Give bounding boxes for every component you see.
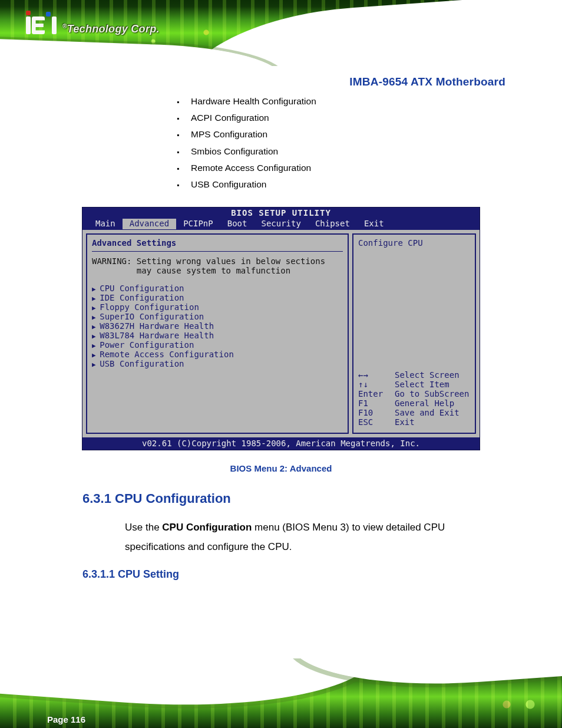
brand-logo: ®Technology Corp. [24, 14, 160, 35]
help-row: ←→ Select Screen [358, 370, 470, 380]
warning-line: WARNING: Setting wrong values in below s… [92, 256, 343, 266]
para-menu-name: CPU Configuration [162, 522, 252, 533]
list-item: Smbios Configuration [177, 143, 538, 160]
help-key: F1 [358, 398, 389, 408]
bios-body: Advanced Settings WARNING: Setting wrong… [82, 230, 480, 437]
submenu-w83627h-hw-health[interactable]: W83627H Hardware Health [92, 321, 343, 331]
bios-footer: v02.61 (C)Copyright 1985-2006, American … [82, 437, 480, 450]
help-label: Select Item [395, 380, 449, 389]
warning-line: may cause system to malfunction [92, 266, 343, 275]
help-label: Go to SubScreen [395, 389, 469, 398]
list-item: Hardware Health Configuration [177, 93, 538, 110]
help-row: ESC Exit [358, 417, 470, 427]
submenu-w83l784-hw-health[interactable]: W83L784 Hardware Health [92, 331, 343, 340]
subsection-heading: 6.3.1.1 CPU Setting [82, 568, 538, 581]
help-label: Select Screen [395, 370, 459, 380]
bios-left-panel: Advanced Settings WARNING: Setting wrong… [86, 233, 349, 434]
para-text: menu ( [252, 522, 286, 533]
help-label: Exit [395, 417, 415, 427]
logo-letter-i2 [52, 17, 57, 34]
list-item: ACPI Configuration [177, 110, 538, 126]
key-help: ←→ Select Screen ↑↓ Select Item Enter Go… [358, 370, 470, 427]
bios-right-panel: Configure CPU ←→ Select Screen ↑↓ Select… [352, 233, 476, 434]
product-name: IMBA-9654 ATX Motherboard [24, 75, 505, 88]
help-key: ESC [358, 417, 389, 427]
help-row: F1 General Help [358, 398, 470, 408]
tab-main[interactable]: Main [88, 219, 123, 229]
list-item: Remote Access Configuration [177, 160, 538, 176]
help-label: General Help [395, 398, 454, 408]
para-figure-ref: BIOS Menu 3 [286, 522, 346, 533]
panel-title: Advanced Settings [92, 238, 343, 250]
tab-chipset[interactable]: Chipset [308, 219, 357, 229]
bios-setup-window: BIOS SETUP UTILITY Main Advanced PCIPnP … [82, 207, 480, 450]
bottom-banner: Page 116 [0, 658, 562, 728]
submenu-ide-configuration[interactable]: IDE Configuration [92, 293, 343, 302]
logo-letter-i [26, 17, 31, 34]
help-row: ↑↓ Select Item [358, 380, 470, 389]
submenu-superio-configuration[interactable]: SuperIO Configuration [92, 312, 343, 321]
help-key: ←→ [358, 370, 389, 380]
bios-title: BIOS SETUP UTILITY [82, 207, 480, 219]
list-item: MPS Configuration [177, 126, 538, 143]
para-text: Use the [125, 522, 162, 533]
help-key: F10 [358, 408, 389, 417]
submenu-cpu-configuration[interactable]: CPU Configuration [92, 284, 343, 293]
section-paragraph: Use the CPU Configuration menu (BIOS Men… [125, 518, 482, 556]
list-item: USB Configuration [177, 176, 538, 193]
logo-text: ®Technology Corp. [62, 23, 160, 35]
tab-advanced[interactable]: Advanced [123, 219, 176, 229]
help-key: ↑↓ [358, 380, 389, 389]
bios-tabbar: Main Advanced PCIPnP Boot Security Chips… [82, 219, 480, 230]
figure-caption: BIOS Menu 2: Advanced [24, 463, 538, 473]
help-row: Enter Go to SubScreen [358, 389, 470, 398]
submenu-remote-access-configuration[interactable]: Remote Access Configuration [92, 350, 343, 359]
tab-boot[interactable]: Boot [220, 219, 254, 229]
context-help-text: Configure CPU [358, 238, 470, 248]
tab-security[interactable]: Security [254, 219, 308, 229]
panel-divider [92, 251, 343, 252]
submenu-usb-configuration[interactable]: USB Configuration [92, 359, 343, 368]
tab-exit[interactable]: Exit [357, 219, 391, 229]
logo-dot-icon [46, 12, 51, 17]
submenu-power-configuration[interactable]: Power Configuration [92, 340, 343, 350]
section-heading: 6.3.1 CPU Configuration [82, 491, 538, 506]
submenu-floppy-configuration[interactable]: Floppy Configuration [92, 302, 343, 312]
logo-letter-e [32, 17, 45, 34]
help-key: Enter [358, 389, 389, 398]
iei-logo-icon [24, 14, 59, 35]
tab-pcipnp[interactable]: PCIPnP [176, 219, 220, 229]
page-content: IMBA-9654 ATX Motherboard Hardware Healt… [0, 75, 562, 581]
help-row: F10 Save and Exit [358, 408, 470, 417]
top-banner: ®Technology Corp. [0, 0, 562, 66]
submenu-list: CPU Configuration IDE Configuration Flop… [92, 284, 343, 368]
page-number: Page 116 [47, 714, 85, 724]
help-label: Save and Exit [395, 408, 459, 417]
feature-bullet-list: Hardware Health Configuration ACPI Confi… [177, 93, 538, 193]
